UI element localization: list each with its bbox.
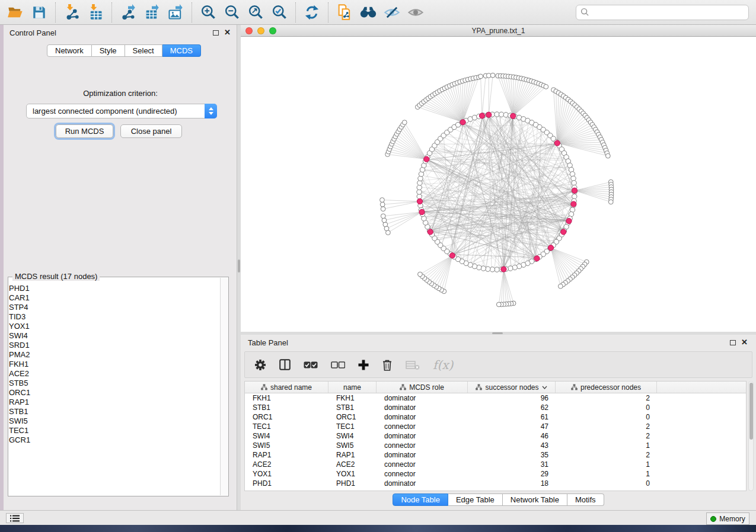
column-header-MCDS-role[interactable]: MCDS role (377, 382, 468, 393)
table-row[interactable]: SWI4SWI4dominator462 (245, 431, 746, 441)
result-node-item[interactable]: FKH1 (9, 360, 219, 369)
memory-button[interactable]: Memory (706, 512, 749, 525)
horizontal-splitter-grip[interactable] (492, 332, 503, 334)
table-row[interactable]: FKH1FKH1dominator962 (245, 393, 746, 403)
search-field[interactable] (576, 5, 749, 20)
delete-columns-button[interactable] (382, 359, 393, 371)
zoom-selected-button[interactable] (267, 2, 291, 23)
tab-motifs[interactable]: Motifs (567, 493, 604, 506)
unselect-all-rows-button[interactable] (331, 361, 345, 369)
tab-node-table[interactable]: Node Table (393, 493, 448, 506)
binoculars-icon (359, 5, 377, 20)
result-node-item[interactable]: SWI4 (9, 331, 219, 341)
table-row[interactable]: RAP1RAP1dominator352 (245, 450, 746, 460)
export-table-button[interactable] (140, 2, 164, 23)
result-node-item[interactable]: STB1 (9, 407, 219, 416)
table-cell: RAP1 (328, 450, 377, 460)
table-cell: 0 (556, 403, 657, 412)
tab-select[interactable]: Select (125, 44, 162, 57)
network-window: YPA_prune.txt_1 (241, 25, 756, 332)
table-row[interactable]: YOX1YOX1connector291 (245, 469, 746, 479)
table-row[interactable]: ORC1ORC1dominator610 (245, 412, 746, 422)
save-button[interactable] (27, 2, 51, 23)
close-panel-icon[interactable]: ✕ (224, 30, 231, 36)
result-node-item[interactable]: SWI5 (9, 416, 219, 426)
result-node-item[interactable]: STB5 (9, 379, 219, 388)
table-row[interactable]: STB1STB1dominator620 (245, 403, 746, 412)
result-node-item[interactable]: CAR1 (9, 293, 219, 303)
run-mcds-button[interactable]: Run MCDS (56, 124, 113, 138)
table-cell: dominator (377, 450, 468, 460)
vertical-splitter-grip[interactable] (238, 259, 240, 273)
table-row[interactable]: ACE2ACE2connector311 (245, 460, 746, 469)
tab-edge-table[interactable]: Edge Table (448, 493, 503, 506)
network-window-titlebar[interactable]: YPA_prune.txt_1 (241, 25, 756, 37)
zoom-fit-button[interactable] (244, 2, 267, 23)
result-node-item[interactable]: TID3 (9, 312, 219, 322)
column-header-shared-name[interactable]: shared name (245, 382, 328, 393)
import-network-button[interactable] (60, 2, 84, 23)
result-node-item[interactable]: GCR1 (9, 435, 219, 445)
result-node-item[interactable]: YOX1 (9, 322, 219, 331)
tab-network-table[interactable]: Network Table (503, 493, 567, 506)
result-node-item[interactable]: PHD1 (9, 284, 219, 293)
add-column-button[interactable] (358, 360, 369, 370)
column-header-predecessor-nodes[interactable]: predecessor nodes (556, 382, 657, 393)
result-node-item[interactable]: RAP1 (9, 398, 219, 407)
mcds-result-list[interactable]: PHD1CAR1STP4TID3YOX1SWI4SRD1PMA2FKH1ACE2… (9, 284, 219, 492)
result-node-item[interactable]: ACE2 (9, 369, 219, 379)
table-toolbar: f(x) (244, 351, 752, 378)
table-cell: 29 (468, 469, 556, 479)
result-node-item[interactable]: STP4 (9, 303, 219, 312)
zoom-fit-icon (248, 4, 264, 20)
window-maximize-light[interactable] (269, 27, 276, 34)
zoom-in-button[interactable] (196, 2, 220, 23)
select-all-rows-button[interactable] (304, 361, 318, 369)
float-panel-icon[interactable] (213, 30, 219, 36)
export-network-button[interactable] (116, 2, 140, 23)
gear-button[interactable] (254, 359, 266, 371)
column-header-successor-nodes[interactable]: successor nodes (468, 382, 556, 393)
task-history-button[interactable] (6, 513, 24, 523)
table-row[interactable]: TEC1TEC1connector472 (245, 422, 746, 431)
desktop-wallpaper (0, 525, 756, 532)
hide-selected-button[interactable] (380, 2, 404, 23)
zoom-out-icon (224, 4, 240, 20)
copy-network-button[interactable] (333, 2, 356, 23)
column-header-name[interactable]: name (328, 382, 377, 393)
result-node-item[interactable]: ORC1 (9, 388, 219, 398)
table-cell: 2 (556, 431, 657, 441)
optimization-criterion-select[interactable]: largest connected component (undirected) (26, 104, 217, 118)
table-row[interactable]: PHD1PHD1dominator180 (245, 479, 746, 488)
selected-criterion: largest connected component (undirected) (27, 107, 205, 116)
result-node-item[interactable]: SRD1 (9, 341, 219, 350)
export-image-icon (167, 4, 184, 21)
window-minimize-light[interactable] (257, 27, 264, 34)
tab-network[interactable]: Network (47, 44, 92, 57)
show-all-button[interactable] (404, 2, 428, 23)
tab-style[interactable]: Style (92, 44, 125, 57)
split-columns-button[interactable] (279, 359, 291, 370)
table-cell: STB1 (245, 403, 328, 412)
result-list-scrollbar[interactable] (220, 278, 228, 495)
network-canvas[interactable] (241, 37, 756, 332)
export-image-button[interactable] (164, 2, 187, 23)
close-panel-icon[interactable]: ✕ (741, 339, 748, 345)
tab-mcds[interactable]: MCDS (162, 44, 201, 57)
refresh-button[interactable] (300, 2, 324, 23)
search-network-button[interactable] (356, 2, 380, 23)
table-scrollbar[interactable] (748, 381, 754, 491)
zoom-selected-icon (272, 4, 288, 20)
import-table-button[interactable] (84, 2, 107, 23)
float-panel-icon[interactable] (730, 340, 736, 345)
table-scrollbar-thumb[interactable] (749, 383, 753, 440)
close-panel-button[interactable]: Close panel (120, 124, 182, 138)
window-close-light[interactable] (245, 27, 253, 34)
table-row[interactable]: SWI5SWI5connector431 (245, 441, 746, 450)
control-panel: Control Panel ✕ NetworkStyleSelectMCDS O… (4, 25, 237, 510)
search-input[interactable] (592, 8, 744, 17)
zoom-out-button[interactable] (220, 2, 244, 23)
open-folder-button[interactable] (4, 2, 27, 23)
result-node-item[interactable]: TEC1 (9, 426, 219, 435)
result-node-item[interactable]: PMA2 (9, 350, 219, 360)
